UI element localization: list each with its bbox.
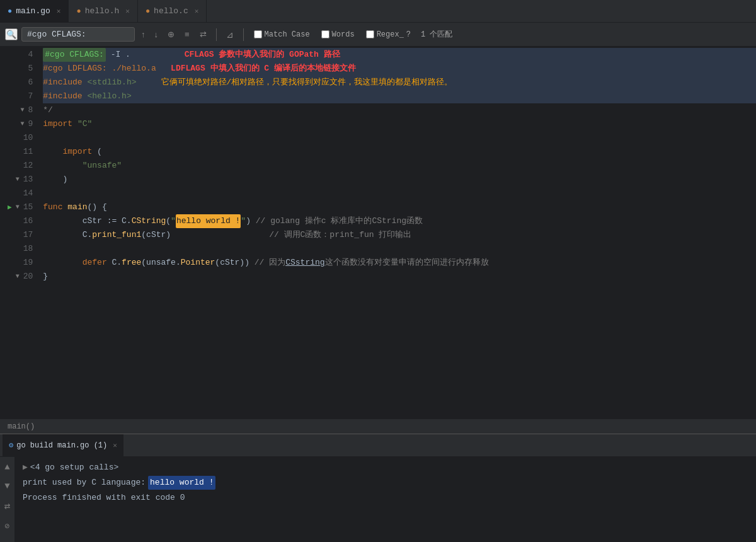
scroll-down-icon[interactable]: ▼ <box>4 481 9 491</box>
terminal-left-icons: ▲ ▼ ⇄ ⊘ ⚙ <box>0 457 15 542</box>
tab-close-hello-h[interactable]: ✕ <box>125 7 130 15</box>
code-line-16: cStr := C. CString ( "hello world !" ) /… <box>43 214 756 228</box>
clear-icon[interactable]: ⊘ <box>5 521 10 531</box>
words-label: Words <box>332 30 355 39</box>
code-line-12: "unsafe" <box>43 159 756 173</box>
code-line-11: import ( <box>43 145 756 159</box>
code-line-5: #cgo LDFLAGS: ./hello.a LDFLAGS 中填入我们的 C… <box>43 62 756 76</box>
wrap-icon[interactable]: ⇄ <box>4 500 11 512</box>
line-num-11: 11 <box>8 145 33 159</box>
code-line-7: #include <hello.h> <box>43 89 756 103</box>
line-num-4: 4 <box>8 48 33 62</box>
code-line-20: } <box>43 270 756 284</box>
code-line-4: #cgo CFLAGS: -I . CFLAGS 参数中填入我们的 GOPath… <box>43 48 756 62</box>
fold-icon-8[interactable]: ▼ <box>20 103 24 117</box>
comment-ldflags: LDFLAGS 中填入我们的 C 编译后的本地链接文件 <box>171 62 356 76</box>
search-next-button[interactable]: ↓ <box>152 28 161 40</box>
terminal-tab-bar: ⚙ go build main.go (1) ✕ <box>0 434 756 457</box>
tab-close-main-go[interactable]: ✕ <box>57 7 61 15</box>
words-checkbox[interactable] <box>321 30 329 38</box>
line-num-14: 14 <box>8 187 33 200</box>
line-num-16: 16 <box>8 214 33 228</box>
terminal-print-prefix: print used by C language: <box>23 476 146 490</box>
terminal-body: ▶ <4 go setup calls> print used by C lan… <box>15 457 756 542</box>
terminal-tab-build[interactable]: ⚙ go build main.go (1) ✕ <box>3 434 123 457</box>
terminal-hello-world: hello world ! <box>148 476 215 490</box>
line-num-15: ▶ ▼ 15 <box>8 200 33 214</box>
terminal-container: ▲ ▼ ⇄ ⊘ ⚙ ▶ <4 go setup calls> print use… <box>0 457 756 542</box>
search-result-count: 1 个匹配 <box>421 29 452 40</box>
code-line-15: func main () { <box>43 200 756 214</box>
search-funnel-button[interactable]: ⊿ <box>223 28 237 41</box>
terminal-panel: ⚙ go build main.go (1) ✕ ▲ ▼ ⇄ ⊘ ⚙ ▶ <4 … <box>0 434 756 542</box>
words-option[interactable]: Words <box>318 29 358 40</box>
code-line-13: ) <box>43 173 756 187</box>
tab-label-hello-h: hello.h <box>85 6 120 16</box>
line-num-20: ▼20 <box>8 270 33 284</box>
fold-icon-20[interactable]: ▼ <box>16 270 20 284</box>
match-case-checkbox[interactable] <box>254 30 262 38</box>
tab-label-main-go: main.go <box>16 6 50 16</box>
code-line-18 <box>43 242 756 256</box>
terminal-calls-text: <4 go setup calls> <box>30 461 118 475</box>
code-line-8: */ <box>43 103 756 117</box>
run-icon-15[interactable]: ▶ <box>8 200 12 214</box>
fold-icon-15[interactable]: ▼ <box>16 200 20 214</box>
search-input[interactable] <box>21 27 135 42</box>
fold-icon-13[interactable]: ▼ <box>16 173 20 187</box>
fold-icon-9[interactable]: ▼ <box>20 117 24 131</box>
scroll-up-icon[interactable]: ▲ <box>4 462 9 472</box>
line-num-10: 10 <box>8 131 33 145</box>
search-bar: 🔍 ↑ ↓ ⊕ ≡ ⇄ ⊿ Match Case Words Regex_ ? … <box>0 23 756 47</box>
go-file-icon: ● <box>8 7 12 16</box>
search-expand-button[interactable]: ⊕ <box>164 28 178 40</box>
h-file-icon: ● <box>76 7 81 16</box>
line-num-8: ▼8 <box>8 103 33 117</box>
line-num-13: ▼13 <box>8 173 33 187</box>
terminal-tab-label: go build main.go (1) <box>16 441 107 450</box>
tab-close-hello-c[interactable]: ✕ <box>195 7 199 15</box>
c-file-icon: ● <box>146 7 150 16</box>
tab-label-hello-c: hello.c <box>154 6 188 16</box>
expand-calls-icon[interactable]: ▶ <box>23 461 28 475</box>
build-icon: ⚙ <box>9 441 13 450</box>
comment-include: 它俩可填绝对路径/相对路径，只要找得到对应文件，我这里填的都是相对路径。 <box>161 76 453 89</box>
regex-option[interactable]: Regex_ ? <box>362 29 415 40</box>
search-filter-button[interactable]: ≡ <box>181 28 193 40</box>
search-toggle-button[interactable]: 🔍 <box>5 28 18 40</box>
cgo-cflags-keyword: #cgo CFLAGS: <box>43 48 106 62</box>
code-line-9: import "C" <box>43 117 756 131</box>
tab-hello-c[interactable]: ● hello.c ✕ <box>138 0 207 23</box>
tab-hello-h[interactable]: ● hello.h ✕ <box>69 0 137 23</box>
code-lines: #cgo CFLAGS: -I . CFLAGS 参数中填入我们的 GOPath… <box>40 47 756 418</box>
terminal-line-1: ▶ <4 go setup calls> <box>23 461 748 475</box>
line-num-17: 17 <box>8 228 33 242</box>
breadcrumb-text: main() <box>8 422 35 431</box>
line-numbers: 4 5 6 7 ▼8 ▼9 10 11 12 ▼13 14 ▶ ▼ 15 16 … <box>0 47 40 418</box>
terminal-line-2: print used by C language: hello world ! <box>23 476 748 490</box>
search-prev-button[interactable]: ↑ <box>139 28 148 40</box>
search-separator <box>216 28 217 41</box>
code-line-10 <box>43 131 756 145</box>
terminal-line-3: Process finished with exit code 0 <box>23 491 748 505</box>
breadcrumb: main() <box>0 418 756 434</box>
search-match-hello-world: hello world ! <box>176 214 241 228</box>
line-num-7: 7 <box>8 89 33 103</box>
line-num-12: 12 <box>8 159 33 173</box>
line-num-19: 19 <box>8 256 33 270</box>
match-case-label: Match Case <box>265 30 310 39</box>
code-line-17: C. print_fun1 (cStr) // 调用C函数：print_fun … <box>43 228 756 242</box>
regex-checkbox[interactable] <box>366 30 374 38</box>
comment-cflags: CFLAGS 参数中填入我们的 GOPath 路径 <box>185 48 340 62</box>
search-replace-all-button[interactable]: ⇄ <box>197 28 210 40</box>
regex-help-icon[interactable]: ? <box>406 30 411 39</box>
terminal-tab-close[interactable]: ✕ <box>113 441 117 449</box>
code-line-19: defer C. free (unsafe. Pointer (cStr)) /… <box>43 256 756 270</box>
code-line-14 <box>43 187 756 200</box>
tab-main-go[interactable]: ● main.go ✕ <box>0 0 69 23</box>
match-case-option[interactable]: Match Case <box>250 29 314 40</box>
line-num-18: 18 <box>8 242 33 256</box>
code-line-6: #include <stdlib.h> 它俩可填绝对路径/相对路径，只要找得到对… <box>43 76 756 89</box>
search-separator2 <box>243 28 244 41</box>
terminal-exit-text: Process finished with exit code 0 <box>23 491 185 505</box>
